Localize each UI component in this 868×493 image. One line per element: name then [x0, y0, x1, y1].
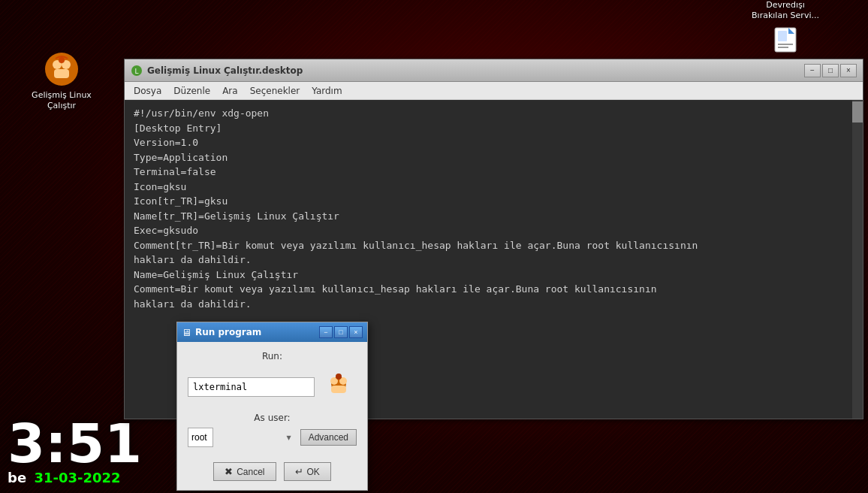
- svg-rect-8: [778, 47, 788, 48]
- date-display: be 31-03-2022: [8, 470, 121, 485]
- dialog-window-icon: 🖥: [182, 327, 191, 338]
- svg-point-17: [336, 374, 342, 380]
- run-program-icon: [321, 369, 357, 405]
- editor-scrollbar-thumb[interactable]: [852, 101, 863, 122]
- as-user-section: As user: root user Advanced: [188, 413, 357, 447]
- menu-duzenle[interactable]: Düzenle: [167, 84, 216, 98]
- editor-window-title: Gelişmiş Linux Çalıştır.desktop: [147, 65, 800, 76]
- menu-dosya[interactable]: Dosya: [128, 84, 167, 98]
- run-input[interactable]: [188, 377, 315, 397]
- editor-titlebar: L Gelişmiş Linux Çalıştır.desktop − □ ×: [125, 59, 863, 82]
- editor-maximize-button[interactable]: □: [822, 64, 839, 77]
- dialog-close-button[interactable]: ×: [349, 326, 363, 338]
- dialog-maximize-button[interactable]: □: [334, 326, 348, 338]
- dialog-input-row: [188, 369, 357, 405]
- desktop-icon-image: [44, 51, 80, 87]
- as-user-label: As user:: [188, 413, 357, 423]
- cancel-button[interactable]: ✖ Cancel: [213, 462, 276, 481]
- run-program-dialog: 🖥 Run program − □ × Run: As user:: [176, 322, 368, 491]
- day-label: be: [8, 470, 26, 485]
- editor-text-content: #!/usr/bin/env xdg-open [Desktop Entry] …: [134, 106, 843, 311]
- advanced-button[interactable]: Advanced: [300, 429, 357, 446]
- cancel-label: Cancel: [237, 467, 264, 477]
- editor-minimize-button[interactable]: −: [804, 64, 821, 77]
- svg-text:L: L: [134, 68, 138, 75]
- dialog-footer: ✖ Cancel ↵ OK: [177, 456, 367, 490]
- user-row: root user Advanced: [188, 428, 357, 447]
- service-icon-label: DevredışıBırakılan Servi...: [752, 0, 819, 22]
- svg-rect-3: [54, 69, 69, 78]
- user-select[interactable]: root user: [188, 428, 213, 447]
- svg-rect-7: [778, 44, 793, 45]
- dialog-titlebar-buttons: − □ ×: [319, 326, 363, 338]
- date-label: 31-03-2022: [34, 470, 120, 485]
- run-label: Run:: [188, 351, 357, 361]
- editor-window-buttons: − □ ×: [804, 64, 857, 77]
- ok-button[interactable]: ↵ OK: [284, 462, 331, 481]
- editor-content-display: #!/usr/bin/env xdg-open [Desktop Entry] …: [125, 100, 852, 317]
- editor-scrollbar[interactable]: [852, 100, 863, 419]
- dialog-title: Run program: [195, 327, 315, 337]
- editor-menubar: Dosya Düzenle Ara Seçenekler Yardım: [125, 82, 863, 100]
- menu-yardim[interactable]: Yardım: [306, 84, 348, 98]
- menu-secenekler[interactable]: Seçenekler: [244, 84, 306, 98]
- svg-rect-6: [778, 31, 787, 41]
- svg-rect-16: [331, 386, 346, 393]
- dialog-body: Run: As user: root user: [177, 342, 367, 456]
- dialog-titlebar: 🖥 Run program − □ ×: [177, 322, 367, 342]
- service-icon-image: [772, 26, 799, 59]
- desktop-icon-linux-run[interactable]: Gelişmiş LinuxÇalıştır: [32, 51, 92, 112]
- menu-ara[interactable]: Ara: [216, 84, 244, 98]
- cancel-icon: ✖: [225, 466, 233, 477]
- ok-label: OK: [307, 467, 320, 477]
- svg-point-4: [59, 57, 65, 63]
- dialog-minimize-button[interactable]: −: [319, 326, 333, 338]
- user-select-wrapper: root user: [188, 428, 294, 447]
- desktop-icon-label: Gelişmiş LinuxÇalıştır: [32, 90, 92, 112]
- editor-close-button[interactable]: ×: [840, 64, 857, 77]
- clock-display: 3:51: [8, 416, 142, 470]
- editor-window-icon: L: [131, 65, 143, 77]
- desktop-icon-service[interactable]: DevredışıBırakılan Servi...: [748, 0, 823, 59]
- ok-icon: ↵: [295, 466, 303, 477]
